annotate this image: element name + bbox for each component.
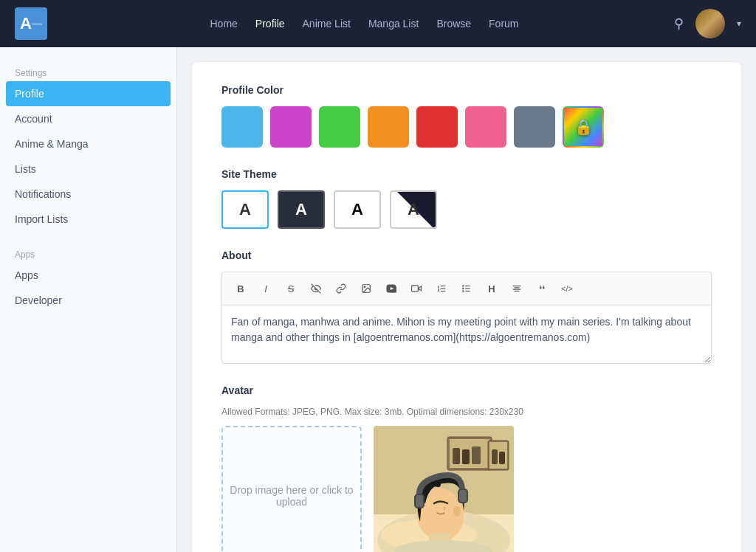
theme-light[interactable]: A: [221, 190, 269, 229]
swatch-locked[interactable]: 🔒: [563, 106, 604, 148]
sidebar-item-profile[interactable]: Profile: [6, 81, 171, 106]
svg-rect-22: [453, 448, 460, 464]
search-icon[interactable]: ⚲: [674, 15, 684, 32]
lock-icon: 🔒: [574, 118, 593, 136]
sidebar-item-developer[interactable]: Developer: [0, 288, 176, 313]
swatch-red[interactable]: [416, 106, 458, 148]
svg-rect-24: [472, 446, 481, 464]
swatch-purple[interactable]: [270, 106, 312, 148]
content-area: Profile Color 🔒 Site Theme A A A: [192, 62, 741, 552]
theme-dark[interactable]: A: [278, 190, 325, 229]
upload-label: Drop image here or click to upload: [223, 484, 360, 508]
spoiler-button[interactable]: [305, 278, 327, 299]
theme-contrast[interactable]: A: [334, 190, 381, 229]
link-button[interactable]: [330, 278, 352, 299]
svg-rect-23: [462, 449, 470, 464]
strikethrough-button[interactable]: S: [280, 278, 302, 299]
avatar-format-info: Allowed Formats: JPEG, PNG. Max size: 3m…: [221, 407, 712, 417]
app-logo[interactable]: A—: [15, 7, 47, 40]
svg-point-12: [463, 291, 464, 291]
swatch-blue[interactable]: [221, 106, 263, 148]
swatch-orange[interactable]: [368, 106, 409, 148]
about-toolbar: B I S H: [221, 272, 712, 305]
svg-marker-2: [418, 286, 421, 291]
sidebar-item-notifications[interactable]: Notifications: [0, 182, 176, 207]
current-avatar: [374, 426, 514, 552]
apps-section-label: Apps: [0, 244, 176, 263]
svg-rect-27: [492, 449, 498, 464]
code-button[interactable]: </>: [556, 278, 578, 299]
svg-point-1: [364, 286, 365, 288]
sidebar-item-lists[interactable]: Lists: [0, 156, 176, 182]
quote-button[interactable]: ❛❛: [531, 278, 553, 299]
svg-point-10: [463, 286, 464, 286]
nav-browse[interactable]: Browse: [436, 18, 471, 30]
swatch-pink[interactable]: [465, 106, 506, 148]
swatch-green[interactable]: [319, 106, 360, 148]
image-button[interactable]: [355, 278, 377, 299]
nav-home[interactable]: Home: [210, 18, 237, 30]
svg-point-35: [453, 506, 461, 517]
svg-rect-33: [416, 495, 423, 507]
sidebar-item-account[interactable]: Account: [0, 106, 176, 131]
avatar-illustration: [374, 426, 514, 552]
chevron-down-icon[interactable]: ▾: [737, 18, 741, 29]
ordered-list-button[interactable]: [430, 278, 453, 299]
nav-forum[interactable]: Forum: [489, 18, 518, 30]
theme-dark-contrast[interactable]: A: [390, 190, 437, 229]
theme-options: A A A A: [221, 190, 712, 229]
sidebar-item-anime-manga[interactable]: Anime & Manga: [0, 131, 176, 156]
sidebar: Settings Profile Account Anime & Manga L…: [0, 47, 177, 552]
sidebar-item-apps[interactable]: Apps: [0, 263, 176, 288]
unordered-list-button[interactable]: [456, 278, 478, 299]
about-textarea[interactable]: Fan of manga, manhwa and anime. Mihon is…: [221, 305, 712, 364]
svg-rect-34: [459, 490, 467, 502]
site-theme-title: Site Theme: [221, 168, 712, 180]
settings-section-label: Settings: [0, 62, 176, 81]
center-button[interactable]: [506, 278, 528, 299]
italic-button[interactable]: I: [255, 278, 277, 299]
profile-color-title: Profile Color: [221, 84, 712, 96]
svg-point-11: [463, 288, 464, 289]
nav-manga-list[interactable]: Manga List: [368, 18, 419, 30]
svg-rect-28: [499, 452, 505, 464]
user-avatar-nav[interactable]: [695, 9, 725, 38]
heading-button[interactable]: H: [481, 278, 503, 299]
upload-dropzone[interactable]: Drop image here or click to upload: [221, 426, 362, 552]
swatch-slate[interactable]: [514, 106, 555, 148]
bold-button[interactable]: B: [230, 278, 252, 299]
avatar-section: Avatar Allowed Formats: JPEG, PNG. Max s…: [221, 384, 712, 552]
svg-rect-3: [412, 286, 419, 291]
nav-profile[interactable]: Profile: [255, 18, 285, 30]
avatar-upload-area: Drop image here or click to upload: [221, 426, 712, 552]
nav-right: ⚲ ▾: [674, 9, 741, 38]
avatar-title: Avatar: [221, 384, 712, 396]
about-title: About: [221, 249, 712, 261]
nav-anime-list[interactable]: Anime List: [303, 18, 351, 30]
main-layout: Settings Profile Account Anime & Manga L…: [0, 47, 756, 552]
avatar-image: [695, 9, 725, 38]
nav-links: Home Profile Anime List Manga List Brows…: [77, 18, 652, 30]
sidebar-item-import-lists[interactable]: Import Lists: [0, 207, 176, 232]
color-swatches: 🔒: [221, 106, 712, 148]
top-navigation: A— Home Profile Anime List Manga List Br…: [0, 0, 756, 47]
video-button[interactable]: [405, 278, 427, 299]
youtube-button[interactable]: [380, 278, 402, 299]
